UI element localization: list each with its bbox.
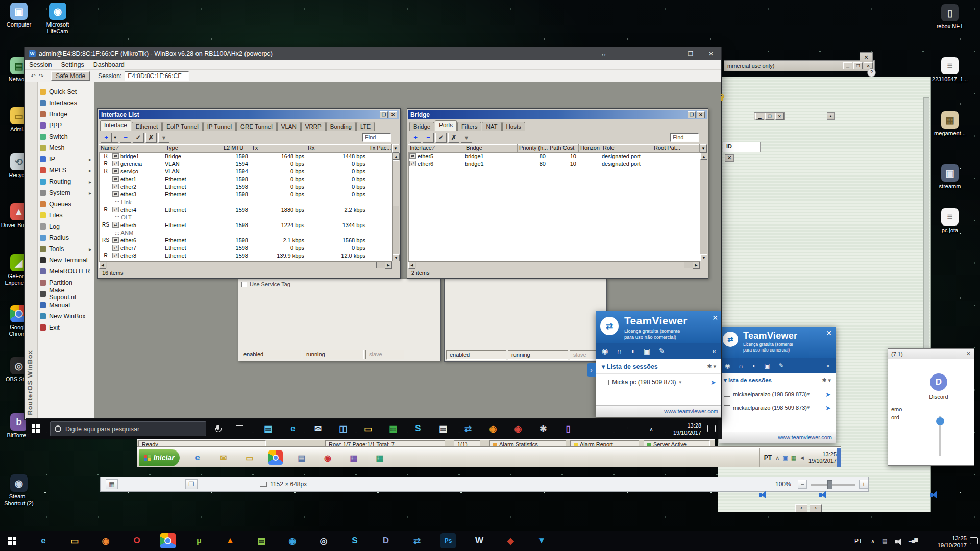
enable-button[interactable]: ✓ bbox=[133, 133, 144, 143]
notification-center-icon[interactable] bbox=[707, 425, 716, 432]
checkbox-icon[interactable] bbox=[241, 282, 247, 287]
tab-interface[interactable]: Interface bbox=[100, 120, 131, 131]
column-header-interface[interactable]: Interface ∕ bbox=[408, 144, 464, 153]
taskbar-icon-lifecam[interactable]: ◉ bbox=[285, 533, 300, 548]
scroll-left-icon[interactable]: ◀ bbox=[99, 262, 106, 269]
chevron-down-icon[interactable]: ▾ bbox=[807, 404, 810, 411]
redo-icon[interactable]: ↷ bbox=[39, 72, 44, 80]
language-indicator[interactable]: PT bbox=[764, 454, 772, 461]
close-icon[interactable]: ✕ bbox=[701, 47, 721, 60]
taskbar-icon-vlc[interactable]: ▲ bbox=[223, 533, 238, 548]
minimize-icon[interactable]: ─ bbox=[660, 47, 680, 60]
alarm-statistics[interactable]: Alarm Statistics bbox=[489, 440, 566, 447]
taskbar-icon-folder[interactable]: ▭ bbox=[242, 450, 257, 465]
taskbar-icon-edge[interactable]: e bbox=[285, 421, 301, 436]
network-icon[interactable]: ▂▄▆ bbox=[909, 537, 917, 542]
taskbar-icon-media[interactable]: ◉ bbox=[321, 450, 335, 465]
restore-icon[interactable]: ❐ bbox=[680, 47, 701, 60]
taskbar-icon-word[interactable]: ▤ bbox=[435, 421, 451, 436]
voip-icon[interactable]: ∩ bbox=[617, 347, 622, 355]
column-header-type[interactable]: Type bbox=[164, 144, 222, 153]
disable-button[interactable]: ✗ bbox=[448, 133, 459, 143]
teamviewer-website-link[interactable]: www.teamviewer.com bbox=[664, 408, 718, 414]
language-indicator[interactable]: PT bbox=[854, 538, 862, 545]
scrollbar-thumb[interactable] bbox=[107, 262, 377, 268]
taskbar-icon-mail[interactable]: ✉ bbox=[310, 421, 326, 436]
sidebar-item-switch[interactable]: Switch bbox=[38, 131, 94, 142]
table-row[interactable]: R⇄ether4Ethernet15981880 bps2.2 kbps bbox=[100, 206, 392, 214]
collapse-icon[interactable]: « bbox=[712, 347, 716, 355]
add-button[interactable]: + bbox=[101, 133, 112, 143]
taskbar-icon-people[interactable]: ◫ bbox=[335, 421, 351, 436]
sidebar-item-radius[interactable]: Radius bbox=[38, 232, 94, 243]
connect-cursor-icon[interactable]: ➤ bbox=[825, 404, 831, 412]
remove-button[interactable]: − bbox=[120, 133, 131, 143]
teamviewer-website-link[interactable]: www.teamviewer.com bbox=[778, 434, 832, 440]
taskbar-icon-kodi[interactable]: ▼ bbox=[534, 533, 549, 548]
tab-ethernet[interactable]: Ethernet bbox=[132, 122, 162, 131]
column-header-name[interactable]: Name ∕ bbox=[99, 144, 164, 153]
restore-icon[interactable]: ❐ bbox=[380, 111, 388, 118]
horizontal-scrollbar[interactable]: ◀ ▶ bbox=[99, 261, 392, 268]
taskbar-icon-folder[interactable]: ▭ bbox=[67, 533, 82, 548]
sidebar-item-system[interactable]: System▸ bbox=[38, 187, 94, 198]
desktop-icon-rebox-net[interactable]: ▯rebox.NET bbox=[931, 4, 969, 30]
taskbar-icon-skype[interactable]: S bbox=[410, 421, 426, 436]
session-item[interactable]: Micka pc (198 509 873) ▾ bbox=[602, 379, 681, 386]
tab-vrrp[interactable]: VRRP bbox=[301, 122, 326, 131]
taskbar-icon-utorrent[interactable]: µ bbox=[191, 533, 207, 548]
table-row[interactable]: R⇄gerenciaVLAN15940 bps0 bps bbox=[100, 160, 392, 168]
speaker-icon[interactable] bbox=[930, 491, 940, 499]
sidebar-item-quick-set[interactable]: Quick Set bbox=[38, 86, 94, 97]
tab-bridge[interactable]: Bridge bbox=[409, 122, 434, 131]
close-icon[interactable]: ✕ bbox=[389, 111, 397, 118]
panel-collapse-tab[interactable]: › bbox=[587, 363, 596, 377]
taskbar-icon-grid[interactable]: ▦ bbox=[347, 450, 361, 465]
taskbar-icon-chrome[interactable] bbox=[268, 450, 283, 465]
column-header-horizon[interactable]: Horizon bbox=[579, 144, 601, 153]
table-row[interactable]: ⇄ether7Ethernet15980 bps0 bps bbox=[100, 244, 392, 252]
scroll-down-icon[interactable]: ▼ bbox=[393, 254, 400, 261]
chat-icon[interactable]: ◖ bbox=[752, 362, 755, 369]
close-icon[interactable]: ✕ bbox=[966, 350, 971, 357]
touch-keyboard-icon[interactable]: ▤ bbox=[882, 538, 887, 544]
table-row[interactable]: ⇄ether5bridge18010designated port bbox=[409, 153, 700, 160]
session-field[interactable]: E4:8D:8C:1F:66:CF bbox=[125, 71, 189, 81]
tab-gre-tunnel[interactable]: GRE Tunnel bbox=[236, 122, 277, 131]
sidebar-item-log[interactable]: Log bbox=[38, 221, 94, 232]
find-input[interactable]: Find bbox=[362, 133, 391, 142]
table-row[interactable]: ⇄ether2Ethernet15980 bps0 bps bbox=[100, 183, 392, 191]
session-item[interactable]: mickaelparaizo (198 509 873) ▾ bbox=[724, 404, 810, 411]
table-row[interactable]: ⇄ether3Ethernet15980 bps0 bps bbox=[100, 191, 392, 198]
antivirus-icon[interactable]: ▣ bbox=[782, 455, 788, 461]
vertical-scrollbar[interactable]: ▲ ▼ bbox=[700, 153, 707, 261]
find-input[interactable]: Find bbox=[670, 133, 699, 142]
enable-button[interactable]: ✓ bbox=[435, 133, 447, 143]
tab-ip-tunnel[interactable]: IP Tunnel bbox=[203, 122, 236, 131]
file-transfer-icon[interactable]: ▣ bbox=[764, 362, 770, 369]
speaker-icon[interactable] bbox=[759, 491, 769, 499]
remove-button[interactable]: − bbox=[423, 133, 434, 143]
taskbar-icon-chrome[interactable] bbox=[160, 533, 176, 548]
filter-icon[interactable]: ▼ bbox=[158, 133, 169, 143]
taskbar-icon-notepad[interactable]: ▤ bbox=[254, 533, 269, 548]
table-row[interactable]: RS⇄ether6Ethernet15982.1 kbps1568 bps bbox=[100, 237, 392, 244]
table-row[interactable]: ::: Link bbox=[100, 198, 392, 206]
scroll-up-icon[interactable]: ▲ bbox=[827, 112, 835, 120]
minimize-icon[interactable]: ▁ bbox=[755, 113, 764, 120]
table-row[interactable]: RS⇄ether5Ethernet15981224 bps1344 bps bbox=[100, 221, 392, 229]
whiteboard-icon[interactable]: ✎ bbox=[659, 347, 665, 355]
tab-ports[interactable]: Ports bbox=[435, 120, 457, 131]
taskbar-icon-firefox[interactable]: ◉ bbox=[485, 421, 501, 436]
sidebar-item-mpls[interactable]: MPLS▸ bbox=[38, 165, 94, 176]
column-picker-icon[interactable]: ▼ bbox=[700, 144, 707, 153]
interface-list-titlebar[interactable]: Interface List ❐ ✕ bbox=[99, 110, 399, 119]
column-picker-icon[interactable]: ▼ bbox=[392, 144, 399, 153]
speaker-icon[interactable] bbox=[819, 491, 829, 499]
zoom-out-button[interactable]: − bbox=[798, 480, 807, 489]
connect-cursor-icon[interactable]: ➤ bbox=[825, 391, 831, 398]
column-header-l2-mtu[interactable]: L2 MTU bbox=[222, 144, 250, 153]
tab-bonding[interactable]: Bonding bbox=[326, 122, 356, 131]
taskbar-icon-ie[interactable]: e bbox=[190, 450, 205, 465]
add-dropdown-icon[interactable]: ▾ bbox=[112, 133, 118, 143]
